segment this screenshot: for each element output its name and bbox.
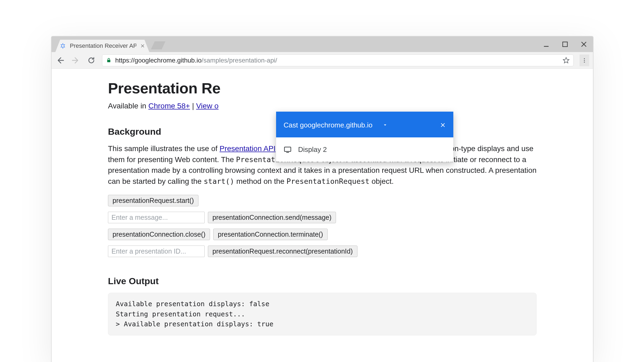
presentation-api-link[interactable]: Presentation API	[220, 144, 276, 153]
page-title: Presentation Re	[108, 79, 537, 97]
page-subtitle: Available in Chrome 58+ | View o	[108, 102, 537, 110]
tab-strip: Presentation Receiver AP	[52, 36, 593, 52]
tab-title: Presentation Receiver AP	[70, 42, 136, 49]
url-origin: ://googlechrome.github.io	[129, 57, 202, 64]
close-connection-button[interactable]: presentationConnection.close()	[108, 229, 210, 240]
svg-rect-13	[286, 152, 289, 153]
cast-popup-title: Cast googlechrome.github.io	[284, 121, 372, 129]
back-button[interactable]	[55, 56, 65, 65]
forward-button[interactable]	[71, 56, 81, 65]
svg-rect-7	[563, 42, 567, 46]
svg-point-2	[64, 47, 65, 47]
code-presentationrequest-2: PresentationRequest	[287, 177, 370, 185]
cast-device-list: Display 2	[276, 137, 453, 162]
reload-button[interactable]	[86, 56, 96, 65]
cast-popup-header: Cast googlechrome.github.io	[276, 113, 453, 137]
cast-device-name: Display 2	[298, 145, 327, 154]
svg-point-10	[584, 60, 585, 61]
display-icon	[284, 146, 292, 154]
svg-point-11	[584, 61, 585, 63]
toolbar: https://googlechrome.github.io/samples/p…	[52, 52, 593, 69]
cast-popup: Cast googlechrome.github.io Display 2	[276, 112, 453, 162]
chrome-version-link[interactable]: Chrome 58+	[148, 102, 190, 110]
cast-device-item[interactable]: Display 2	[276, 140, 453, 159]
presentation-id-input[interactable]	[108, 246, 205, 257]
tab-close-icon[interactable]	[140, 43, 145, 48]
subtitle-pipe: |	[190, 102, 196, 110]
url-path: /samples/presentation-api/	[202, 57, 277, 64]
svg-point-0	[63, 43, 63, 44]
svg-rect-6	[544, 46, 548, 47]
svg-rect-12	[284, 147, 291, 151]
tab-active[interactable]: Presentation Receiver AP	[55, 40, 149, 52]
code-start: start()	[204, 177, 234, 185]
view-on-link[interactable]: View o	[196, 102, 219, 110]
cast-source-dropdown[interactable]	[383, 123, 388, 127]
chrome-menu-button[interactable]	[580, 54, 589, 66]
available-prefix: Available in	[108, 102, 148, 110]
send-button[interactable]: presentationConnection.send(message)	[208, 212, 336, 223]
live-output-heading: Live Output	[108, 276, 537, 286]
svg-rect-8	[107, 60, 110, 62]
secure-lock-icon	[106, 58, 111, 63]
svg-point-5	[61, 44, 61, 45]
browser-window: Presentation Receiver AP	[51, 36, 594, 362]
window-maximize-button[interactable]	[560, 39, 570, 49]
reconnect-button[interactable]: presentationRequest.reconnect(presentati…	[208, 246, 357, 257]
window-minimize-button[interactable]	[541, 39, 551, 49]
svg-point-9	[584, 58, 585, 59]
window-controls	[541, 36, 589, 52]
url-https: https	[115, 57, 129, 64]
message-input[interactable]	[108, 212, 205, 223]
address-bar[interactable]: https://googlechrome.github.io/samples/p…	[102, 54, 574, 66]
bookmark-star-icon[interactable]	[563, 57, 570, 64]
tab-favicon-icon	[60, 43, 66, 49]
window-close-button[interactable]	[579, 39, 589, 49]
new-tab-button[interactable]	[151, 41, 165, 49]
terminate-connection-button[interactable]: presentationConnection.terminate()	[213, 229, 328, 240]
svg-point-4	[61, 47, 61, 47]
svg-point-1	[64, 44, 65, 45]
live-output-block: Available presentation displays: false S…	[108, 293, 537, 335]
svg-point-3	[63, 48, 63, 49]
start-button[interactable]: presentationRequest.start()	[108, 195, 198, 206]
page-content: Presentation Re Available in Chrome 58+ …	[52, 69, 593, 335]
url-text: https://googlechrome.github.io/samples/p…	[115, 57, 277, 64]
cast-close-icon[interactable]	[440, 122, 446, 128]
